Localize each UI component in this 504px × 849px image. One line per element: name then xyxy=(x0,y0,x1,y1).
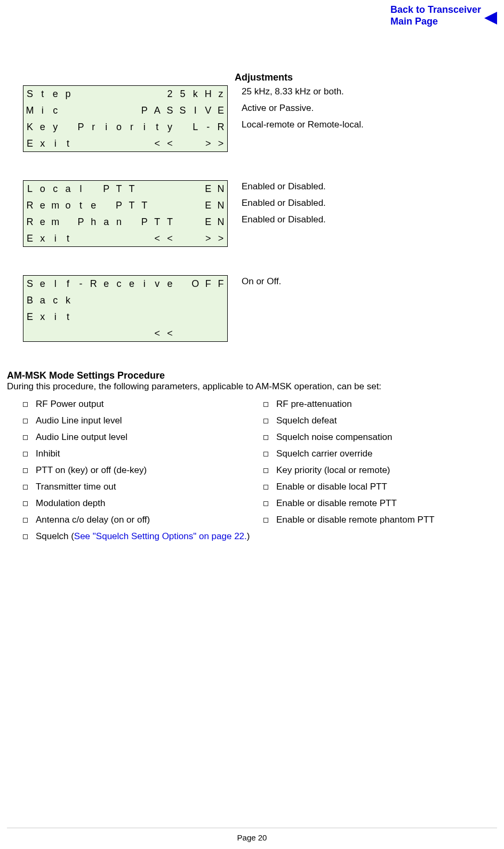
lcd-cell: f xyxy=(62,278,75,290)
lcd-cell: t xyxy=(36,89,49,100)
lcd-cell: x xyxy=(36,138,49,149)
lcd-cell: n xyxy=(113,217,125,228)
lcd-cell: i xyxy=(49,233,62,244)
list-item: Inhibit xyxy=(23,448,263,459)
lcd-line: Exit<<>> xyxy=(23,135,227,152)
lcd-cell: o xyxy=(62,200,75,211)
lcd-cell: e xyxy=(125,278,138,290)
lcd-line: RemotePTTEN xyxy=(23,197,227,214)
lcd-cell: e xyxy=(100,278,113,290)
list-item: Audio Line output level xyxy=(23,432,263,443)
lcd-cell: F xyxy=(202,278,214,290)
list-item: Enable or disable remote PTT xyxy=(263,498,504,509)
lcd-cell: k xyxy=(62,295,75,306)
screen-desc-3: On or Off. xyxy=(235,275,504,292)
lcd-cell: > xyxy=(202,138,214,149)
lcd-line: Exit xyxy=(23,309,227,325)
list-item-text: Inhibit xyxy=(36,448,60,459)
lcd-cell: l xyxy=(49,278,62,290)
lcd-cell: a xyxy=(36,295,49,306)
bullet-icon xyxy=(263,435,268,440)
lcd-cell: T xyxy=(113,183,125,195)
list-item: Squelch defeat xyxy=(263,415,504,426)
lcd-cell: z xyxy=(214,89,227,100)
lcd-cell: m xyxy=(49,200,62,211)
bullet-icon xyxy=(23,501,28,506)
list-item-text: Audio Line output level xyxy=(36,432,127,443)
lcd-line: KeyPriorityL-R xyxy=(23,119,227,135)
lcd-cell: t xyxy=(75,200,87,211)
lcd-cell: T xyxy=(125,183,138,195)
bullet-icon xyxy=(23,419,28,423)
lcd-cell: t xyxy=(151,122,164,133)
list-item: Transmitter time out xyxy=(23,482,263,492)
bullet-icon xyxy=(23,518,28,523)
lcd-cell: e xyxy=(36,278,49,290)
lcd-cell: t xyxy=(62,311,75,323)
lcd-cell: e xyxy=(36,217,49,228)
screen-row-1: Step25kHzMicPASSIVEKeyPriorityL-RExit<<>… xyxy=(0,85,504,152)
bullet-icon xyxy=(263,485,268,490)
lcd-cell: S xyxy=(177,105,189,116)
inline-link[interactable]: See "Squelch Setting Options" on page 22… xyxy=(74,531,247,541)
list-item-text: Squelch (See "Squelch Setting Options" o… xyxy=(36,531,250,542)
lcd-cell: < xyxy=(164,233,177,244)
lcd-cell: > xyxy=(214,233,227,244)
lcd-cell: c xyxy=(113,278,125,290)
lcd-line: << xyxy=(23,325,227,342)
lcd-line: Exit<<>> xyxy=(23,230,227,247)
lcd-line: Back xyxy=(23,292,227,309)
svg-marker-0 xyxy=(484,12,497,25)
lcd-cell: o xyxy=(36,183,49,195)
list-item: Squelch noise compensation xyxy=(263,432,504,443)
lcd-line: Self-ReceiveOFF xyxy=(23,276,227,292)
lcd-cell: m xyxy=(49,217,62,228)
desc-line: Enabled or Disabled. xyxy=(242,197,504,210)
list-item: RF Power output xyxy=(23,399,263,410)
lcd-cell: S xyxy=(23,278,36,290)
lcd-cell: E xyxy=(23,233,36,244)
list-item-text: Transmitter time out xyxy=(36,482,116,492)
lcd-cell: E xyxy=(202,200,214,211)
back-link-line1: Back to Transceiver xyxy=(390,4,481,16)
bullet-icon xyxy=(23,402,28,407)
lcd-line: LocalPTTEN xyxy=(23,181,227,197)
back-link-line2: Main Page xyxy=(390,16,481,28)
lcd-cell: R xyxy=(23,200,36,211)
lcd-cell: y xyxy=(49,122,62,133)
lcd-cell: v xyxy=(151,278,164,290)
lcd-cell: e xyxy=(164,278,177,290)
lcd-cell: i xyxy=(49,311,62,323)
bullet-icon xyxy=(23,468,28,473)
desc-line: Active or Passive. xyxy=(242,102,504,115)
adjustments-heading: Adjustments xyxy=(235,72,504,83)
bullet-icon xyxy=(263,468,268,473)
lcd-cell: E xyxy=(202,217,214,228)
lcd-cell: T xyxy=(164,217,177,228)
back-link[interactable]: Back to Transceiver Main Page xyxy=(390,4,481,27)
list-item: Squelch carrier override xyxy=(263,448,504,459)
lcd-cell: t xyxy=(62,138,75,149)
back-arrow-icon[interactable] xyxy=(484,12,497,27)
lcd-cell: > xyxy=(202,233,214,244)
lcd-cell: N xyxy=(214,217,227,228)
bullet-icon xyxy=(263,501,268,506)
lcd-cell: P xyxy=(113,200,125,211)
lcd-cell: > xyxy=(214,138,227,149)
screen-row-2: LocalPTTENRemotePTTENRemPhanPTTENExit<<>… xyxy=(0,180,504,247)
lcd-cell: R xyxy=(23,217,36,228)
lcd-cell: l xyxy=(75,183,87,195)
desc-line: Enabled or Disabled. xyxy=(242,213,504,226)
lcd-cell: i xyxy=(100,122,113,133)
list-item-text: Audio Line input level xyxy=(36,415,122,426)
desc-line: Enabled or Disabled. xyxy=(242,180,504,193)
param-list-right: RF pre-attenuationSquelch defeatSquelch … xyxy=(263,399,504,525)
desc-line: On or Off. xyxy=(242,275,504,288)
lcd-cell: E xyxy=(202,183,214,195)
lcd-cell: r xyxy=(87,122,100,133)
lcd-cell: M xyxy=(23,105,36,116)
lcd-cell: L xyxy=(23,183,36,195)
lcd-cell: N xyxy=(214,183,227,195)
lcd-cell: H xyxy=(202,89,214,100)
screen-row-3: Self-ReceiveOFFBackExit<< On or Off. xyxy=(0,275,504,342)
